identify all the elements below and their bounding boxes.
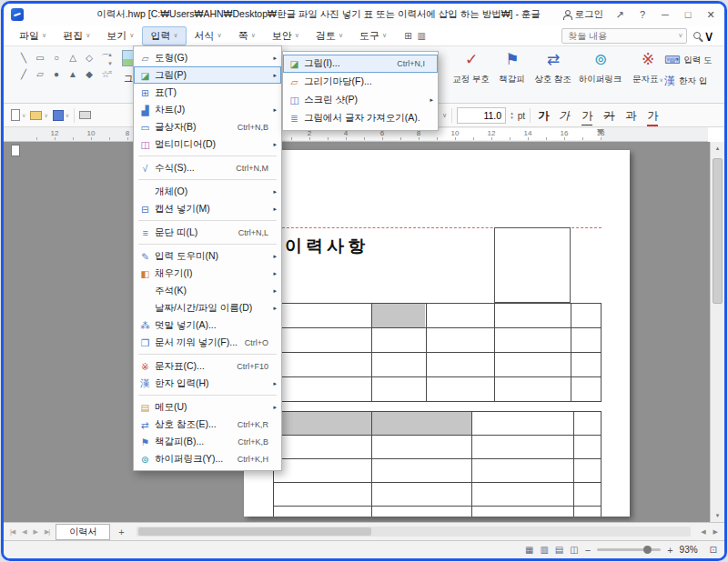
- shape-tool-button[interactable]: ╲: [16, 51, 31, 65]
- ribbon-small-button[interactable]: 漢 한자 입: [664, 74, 724, 89]
- menu-item[interactable]: ⇄ 상호 참조(E)... Ctrl+K,R: [134, 416, 281, 433]
- shape-tool-button[interactable]: ▲: [66, 67, 80, 82]
- shape-tool-button[interactable]: ○: [49, 51, 64, 65]
- menu-item[interactable]: 개체(O) ▸: [134, 183, 281, 200]
- char-format-button[interactable]: 가: [601, 106, 618, 125]
- view-mode-button[interactable]: ▦: [525, 545, 533, 555]
- shape-tool-button[interactable]: △: [66, 51, 80, 65]
- char-format-button[interactable]: 과: [622, 106, 640, 125]
- font-size-input[interactable]: [457, 107, 506, 124]
- shape-tool-button[interactable]: ▭: [33, 51, 47, 65]
- zoom-slider-thumb[interactable]: [643, 546, 652, 554]
- submenu-item[interactable]: ◫ 스크린 샷(P) ▸: [283, 91, 438, 109]
- menu-item[interactable]: ◫ 멀티미디어(D) ▸: [134, 135, 281, 153]
- search-button[interactable]: ∨: [691, 27, 717, 45]
- char-format-button[interactable]: 가: [557, 106, 574, 125]
- submenu-item[interactable]: ≣ 그림에서 글자 가져오기(A)...: [283, 109, 438, 127]
- maximize-button[interactable]: □: [682, 9, 694, 20]
- stepper-down-icon[interactable]: ▾: [511, 115, 513, 120]
- char-format-button[interactable]: 가: [644, 106, 662, 125]
- table-cell-shaded[interactable]: [274, 412, 371, 435]
- horizontal-scrollbar[interactable]: [136, 527, 692, 537]
- photo-placeholder-box[interactable]: [494, 227, 571, 303]
- menu-item[interactable]: ⊟ 캡션 넣기(M) ▸: [134, 200, 281, 217]
- vertical-scroll-track[interactable]: [711, 155, 724, 509]
- shape-tool-button[interactable]: ◆: [82, 67, 96, 82]
- ribbon-button[interactable]: ⇄ 상호 참조: [534, 49, 572, 85]
- menubar-item[interactable]: 보안 ∨: [264, 26, 308, 45]
- menu-item[interactable]: 주석(K) ▸: [134, 282, 281, 299]
- menu-item[interactable]: √ 수식(S)... Ctrl+N,M: [134, 159, 281, 176]
- shape-tool-button[interactable]: ●: [49, 67, 64, 82]
- menu-item[interactable]: 漢 한자 입력(H) ▸: [134, 375, 281, 392]
- table-cell-shaded[interactable]: [372, 412, 471, 435]
- zoom-in-button[interactable]: +: [667, 545, 672, 556]
- menubar-item[interactable]: 서식 ∨: [187, 26, 230, 45]
- document-heading[interactable]: 이력사항: [285, 235, 369, 258]
- expand-icon[interactable]: ↗: [613, 9, 626, 21]
- view-mode-button[interactable]: ◫: [570, 545, 578, 555]
- scroll-up-icon[interactable]: ▴: [716, 142, 720, 155]
- font-size-stepper[interactable]: ▴ ▾: [511, 111, 513, 120]
- tab-nav-button[interactable]: ▶|: [42, 528, 52, 536]
- menubar-item[interactable]: 파일 ∨: [11, 26, 55, 45]
- view-mode-button[interactable]: ▤: [555, 545, 563, 555]
- shape-tool-button[interactable]: ▱: [33, 67, 47, 82]
- menubar-item[interactable]: 편집 ∨: [55, 26, 98, 45]
- menubar-item[interactable]: 보기 ∨: [98, 26, 142, 45]
- menu-item[interactable]: ▱ 도형(G) ▸: [134, 49, 281, 66]
- zoom-out-button[interactable]: −: [585, 545, 591, 556]
- vertical-scroll-thumb[interactable]: [713, 158, 723, 304]
- shape-tool-button[interactable]: ╱: [16, 67, 31, 82]
- menu-item[interactable]: ⊚ 하이퍼링크(Y)... Ctrl+K,H: [134, 450, 281, 467]
- menubar-item[interactable]: 입력 ∨: [142, 26, 186, 45]
- char-format-button[interactable]: 가: [579, 106, 596, 125]
- menu-item[interactable]: ▭ 글상자(B) Ctrl+N,B: [134, 118, 281, 135]
- zoom-fit-button[interactable]: ⊡: [710, 545, 717, 555]
- zoom-level[interactable]: 93%: [680, 545, 703, 555]
- right-margin-marker[interactable]: [597, 129, 604, 135]
- menu-item[interactable]: ▟ 차트(J) ▸: [134, 101, 281, 118]
- menubar-item[interactable]: 쪽 ∨: [230, 26, 264, 45]
- menu-item[interactable]: ※ 문자표(C)... Ctrl+F10: [134, 357, 281, 375]
- search-field[interactable]: ∨: [561, 28, 687, 44]
- new-document-button[interactable]: ∨: [11, 109, 25, 121]
- document-tab[interactable]: 이력서: [56, 524, 110, 540]
- print-button[interactable]: [79, 111, 91, 119]
- add-tab-button[interactable]: +: [114, 527, 128, 537]
- ribbon-button[interactable]: ✓ 교정 부호: [452, 49, 490, 85]
- shape-tool-button[interactable]: ◇: [82, 51, 96, 65]
- vertical-scrollbar[interactable]: ▴ ▾: [710, 142, 724, 522]
- scroll-left-icon[interactable]: ◀: [698, 528, 708, 536]
- tab-nav-button[interactable]: |◀: [7, 528, 17, 536]
- menu-item[interactable]: ◪ 그림(P) ▸: [134, 66, 281, 84]
- table-cell-shaded[interactable]: [372, 304, 425, 327]
- minimize-button[interactable]: ─: [659, 9, 672, 20]
- ribbon-button[interactable]: ※ 문자표∨: [629, 49, 667, 85]
- menu-item[interactable]: ✎ 입력 도우미(N) ▸: [134, 247, 281, 265]
- menu-item[interactable]: ⚑ 책갈피(B)... Ctrl+K,B: [134, 433, 281, 450]
- scroll-down-icon[interactable]: ▾: [716, 509, 720, 522]
- menu-item[interactable]: ◧ 채우기(I) ▸: [134, 265, 281, 282]
- submenu-item[interactable]: ◪ 그림(I)... Ctrl+N,I: [283, 55, 438, 73]
- menubar-tool-button[interactable]: ⊞: [404, 31, 411, 41]
- char-format-button[interactable]: 가: [535, 106, 552, 125]
- view-mode-button[interactable]: ▥: [540, 545, 548, 555]
- close-button[interactable]: ✕: [704, 9, 717, 21]
- submenu-item[interactable]: ▱ 그리기마당(F)...: [283, 73, 438, 91]
- ribbon-small-button[interactable]: ⌨ 입력 도: [664, 54, 724, 66]
- tab-nav-button[interactable]: ◀: [19, 528, 28, 536]
- menu-item[interactable]: ≡ 문단 띠(L) Ctrl+N,L: [134, 224, 281, 241]
- menubar-item[interactable]: 도구 ∨: [351, 26, 395, 45]
- save-button[interactable]: ∨: [53, 110, 69, 121]
- tab-nav-button[interactable]: ▶: [31, 528, 40, 536]
- horizontal-scroll-thumb[interactable]: [138, 527, 371, 536]
- help-button[interactable]: ?: [636, 9, 649, 20]
- menubar-tool-button[interactable]: ▥: [418, 31, 426, 41]
- menu-item[interactable]: ⊞ 표(T): [134, 84, 281, 101]
- menu-item[interactable]: ⁂ 덧말 넣기(A)...: [134, 316, 281, 334]
- document-page[interactable]: 이력사항: [244, 150, 630, 517]
- scroll-right-icon[interactable]: ▶: [711, 528, 721, 536]
- menu-item[interactable]: 날짜/시간/파일 이름(D) ▸: [134, 299, 281, 316]
- login-button[interactable]: 로그인: [562, 8, 604, 21]
